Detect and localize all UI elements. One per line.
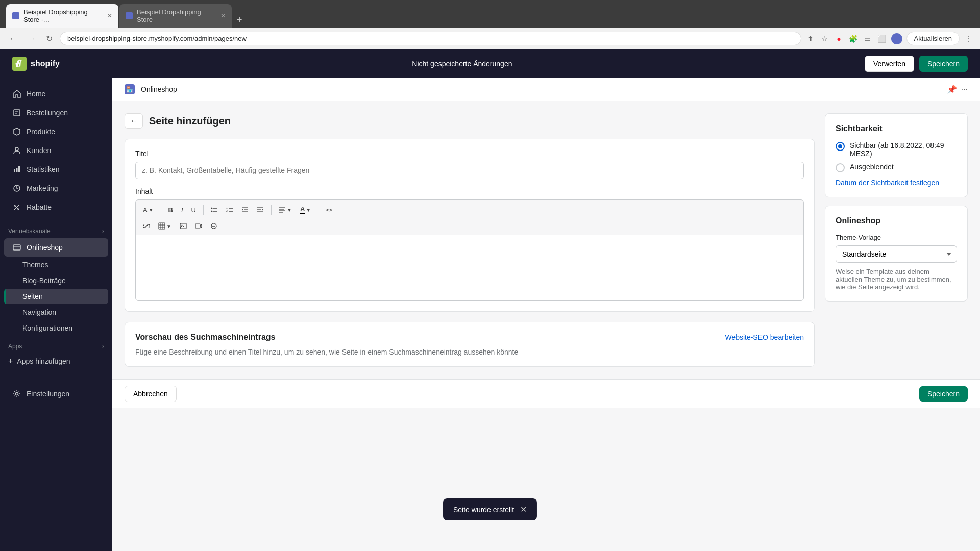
radio-visible-circle [836, 142, 845, 151]
more-button[interactable] [207, 220, 220, 232]
discard-button[interactable]: Verwerfen [865, 56, 914, 72]
add-apps-button[interactable]: + Apps hinzufügen [0, 353, 112, 369]
svg-rect-7 [18, 166, 20, 172]
italic-button[interactable]: I [178, 204, 186, 216]
sales-channels-label: Vertriebskanäle › [0, 224, 112, 238]
radio-hidden[interactable]: Ausgeblendet [836, 163, 957, 172]
reload-button[interactable]: ↻ [43, 33, 56, 44]
toast-close-button[interactable]: ✕ [520, 505, 527, 514]
link-button[interactable] [140, 220, 153, 232]
pin-icon[interactable]: 📌 [947, 85, 957, 94]
browser-tab-2[interactable]: Beispiel Dropshipping Store ✕ [119, 4, 232, 28]
table-button[interactable]: ▼ [155, 220, 175, 232]
editor-body[interactable] [135, 235, 804, 301]
sidebar-item-settings[interactable]: Einstellungen [4, 385, 108, 403]
align-button[interactable]: ▼ [276, 204, 295, 215]
tab-close-2[interactable]: ✕ [220, 12, 226, 19]
template-select[interactable]: Standardseite [836, 245, 957, 263]
profile-icon[interactable] [891, 33, 902, 44]
sidebar-item-onlineshop[interactable]: Onlineshop [4, 238, 108, 257]
ordered-list-button[interactable]: 1.2. [223, 204, 236, 215]
svg-point-14 [16, 393, 18, 395]
browser-chrome: Beispiel Dropshipping Store ·… ✕ Beispie… [0, 0, 980, 28]
update-button[interactable]: Aktualisieren [906, 32, 960, 45]
expand-icon[interactable]: › [102, 228, 104, 235]
tab-close-1[interactable]: ✕ [107, 12, 112, 19]
shopify-logo: shopify [12, 57, 60, 71]
toolbar-separator-4 [318, 205, 318, 215]
sidebar-item-discounts[interactable]: Rabatte [4, 198, 108, 216]
sidebar-item-products[interactable]: Produkte [4, 122, 108, 141]
page-title: Seite hinzufügen [149, 115, 231, 127]
settings-icon [12, 389, 21, 398]
indent-right-button[interactable] [254, 204, 267, 215]
cancel-button[interactable]: Abbrechen [125, 386, 177, 402]
settings-section: Einstellungen [0, 380, 112, 403]
radio-hidden-label: Ausgeblendet [850, 163, 894, 171]
sidebar-sub-navigation[interactable]: Navigation [4, 305, 108, 320]
sidebar-sub-blog-posts[interactable]: Blog-Beiträge [4, 273, 108, 288]
text-color-button[interactable]: A ▼ [297, 203, 314, 216]
bookmark-icon[interactable]: ☆ [820, 34, 830, 44]
onlineshop-card: Onlineshop Theme-Vorlage Standardseite W… [825, 206, 968, 302]
underline-button[interactable]: U [188, 204, 199, 216]
apps-expand-icon[interactable]: › [102, 343, 104, 350]
image-icon [180, 222, 187, 230]
back-nav-button[interactable]: ← [6, 33, 20, 44]
share-icon[interactable]: ⬆ [805, 34, 816, 44]
format-button[interactable]: A ▼ [140, 204, 157, 216]
sidebar-item-statistics[interactable]: Statistiken [4, 160, 108, 179]
save-button-bottom[interactable]: Speichern [919, 386, 968, 402]
date-link[interactable]: Datum der Sichtbarkeit festlegen [836, 179, 957, 187]
extensions-icon[interactable]: 🧩 [848, 34, 859, 44]
sidebar-item-marketing[interactable]: Marketing [4, 179, 108, 197]
new-tab-button[interactable]: + [233, 13, 247, 28]
marketing-icon [12, 184, 21, 193]
sidebar-sub-themes[interactable]: Themes [4, 257, 108, 272]
apps-section: Apps › + Apps hinzufügen [0, 340, 112, 369]
visibility-title: Sichtbarkeit [836, 124, 957, 133]
seo-card: Vorschau des Suchmaschineintrags Website… [125, 322, 815, 367]
menu-icon[interactable]: ⋮ [964, 34, 974, 44]
svg-rect-38 [180, 223, 186, 229]
toolbar-separator-3 [271, 205, 272, 215]
shopify-logo-text: shopify [31, 59, 60, 68]
forward-nav-button[interactable]: → [24, 33, 39, 44]
sidebar-sub-pages[interactable]: Seiten [4, 289, 108, 304]
onlineshop-panel-title: Onlineshop [836, 216, 957, 226]
link-icon [143, 222, 150, 230]
content-header-title: Onlineshop [141, 85, 177, 93]
title-input[interactable] [135, 162, 804, 179]
address-bar[interactable] [60, 32, 801, 45]
bold-button[interactable]: B [165, 204, 176, 216]
sidebar-item-home[interactable]: Home [4, 85, 108, 103]
more-options-icon[interactable]: ··· [961, 85, 968, 94]
code-button[interactable]: <> [323, 205, 335, 215]
back-button[interactable]: ← [125, 113, 143, 129]
sidebar-sub-configurations[interactable]: Konfigurationen [4, 320, 108, 336]
sidebar-onlineshop-label: Onlineshop [27, 243, 63, 252]
browser-tab-active[interactable]: Beispiel Dropshipping Store ·… ✕ [6, 4, 118, 28]
screenshot-icon[interactable]: ⬜ [877, 34, 887, 44]
svg-point-42 [212, 226, 213, 227]
opera-icon[interactable]: ● [834, 34, 844, 44]
video-button[interactable] [192, 220, 205, 232]
seo-link[interactable]: Website-SEO bearbeiten [725, 333, 804, 341]
bullet-list-button[interactable] [208, 204, 221, 215]
svg-rect-12 [13, 245, 20, 250]
sidebar-item-customers[interactable]: Kunden [4, 141, 108, 160]
sidebar-item-orders[interactable]: Bestellungen [4, 104, 108, 122]
image-button[interactable] [177, 220, 190, 232]
theme-template-label: Theme-Vorlage [836, 234, 957, 241]
bottom-bar: Abbrechen Speichern [112, 379, 980, 408]
sidebar-statistics-label: Statistiken [27, 165, 60, 173]
radio-visible[interactable]: Sichtbar (ab 16.8.2022, 08:49 MESZ) [836, 141, 957, 158]
content-header: 🏪 Onlineshop 📌 ··· [112, 78, 980, 101]
sidebar-icon[interactable]: ▭ [863, 34, 873, 44]
save-button-top[interactable]: Speichern [919, 56, 968, 72]
table-icon [158, 222, 165, 230]
seo-title-row: Vorschau des Suchmaschineintrags Website… [135, 333, 804, 342]
indent-left-button[interactable] [238, 204, 252, 215]
svg-rect-6 [16, 168, 18, 172]
title-label: Titel [135, 149, 804, 158]
